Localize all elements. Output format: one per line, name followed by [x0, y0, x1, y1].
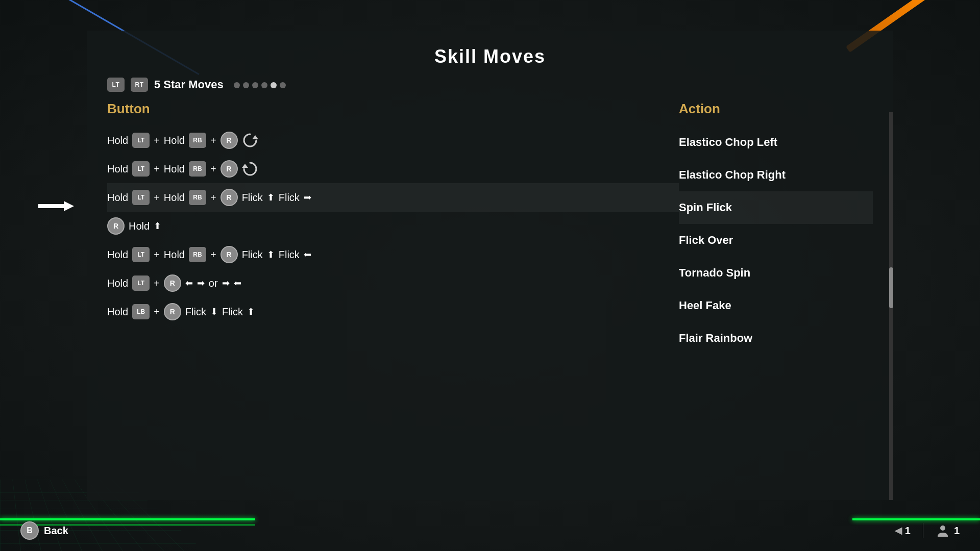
content-columns: Button Hold LT + Hold RB + R — [107, 101, 873, 355]
category-dots — [234, 82, 286, 88]
player-icon — [936, 523, 950, 538]
dot-2 — [243, 82, 249, 88]
r-btn-0: R — [220, 132, 238, 149]
flick-text-6a: Flick — [185, 306, 206, 318]
move-row-1[interactable]: Hold LT + Hold RB + R — [107, 155, 679, 183]
svg-marker-0 — [38, 201, 74, 211]
svg-marker-2 — [242, 164, 248, 168]
arrow-right-5a: ➡ — [197, 278, 205, 289]
plus-6a: + — [154, 306, 160, 318]
hold-text-0: Hold — [107, 135, 128, 146]
lb-btn-6: LB — [132, 304, 150, 319]
hold-text-4: Hold — [107, 249, 128, 261]
arrow-left-4: ⬅ — [304, 249, 311, 260]
plus-1b: + — [210, 163, 216, 175]
move-row-4[interactable]: Hold LT + Hold RB + R Flick ⬆ Flick ⬅ — [107, 240, 679, 269]
arrow-up-3: ⬆ — [154, 220, 161, 232]
arrow-right-5b: ➡ — [222, 278, 230, 289]
page-number: 1 — [905, 525, 911, 537]
combo-6: Hold LB + R Flick ⬇ Flick ⬆ — [107, 303, 255, 320]
lt-btn-2: LT — [132, 190, 150, 205]
page-title: Skill Moves — [107, 46, 873, 67]
action-column-header: Action — [679, 101, 873, 117]
lt-btn-1: LT — [132, 161, 150, 177]
action-row-0: Elastico Chop Left — [679, 126, 873, 159]
plus-4a: + — [154, 249, 160, 261]
lt-btn-0: LT — [132, 133, 150, 148]
action-text-2: Spin Flick — [679, 193, 732, 222]
row-selector-arrow — [38, 199, 74, 213]
category-label: 5 Star Moves — [154, 78, 224, 91]
rb-btn-4: RB — [189, 247, 206, 262]
lt-btn-4: LT — [132, 247, 150, 262]
r-btn-1: R — [220, 160, 238, 178]
r-btn-4: R — [220, 246, 238, 263]
action-row-5: Heel Fake — [679, 289, 873, 322]
hold-text-2b: Hold — [164, 192, 185, 204]
rb-btn-2: RB — [189, 190, 206, 205]
hold-text-3: Hold — [129, 220, 150, 232]
button-column: Button Hold LT + Hold RB + R — [107, 101, 679, 355]
dot-6 — [280, 82, 286, 88]
dot-3 — [252, 82, 258, 88]
hold-text-1: Hold — [107, 163, 128, 175]
action-text-4: Tornado Spin — [679, 259, 750, 287]
dot-4 — [261, 82, 267, 88]
action-row-3: Flick Over — [679, 224, 873, 257]
action-text-0: Elastico Chop Left — [679, 128, 777, 157]
action-text-1: Elastico Chop Right — [679, 161, 786, 189]
arrow-up-4: ⬆ — [267, 249, 275, 260]
svg-point-3 — [940, 525, 945, 531]
hold-text-4b: Hold — [164, 249, 185, 261]
lt-btn-5: LT — [132, 276, 150, 291]
action-column: Action Elastico Chop Left Elastico Chop … — [679, 101, 873, 355]
rotate-left-icon — [242, 132, 258, 148]
scrollbar-thumb[interactable] — [889, 267, 893, 308]
action-text-6: Flair Rainbow — [679, 324, 752, 353]
flick-text-4b: Flick — [279, 249, 300, 261]
hold-text-1b: Hold — [164, 163, 185, 175]
move-row-0[interactable]: Hold LT + Hold RB + R — [107, 126, 679, 155]
hold-text-5: Hold — [107, 278, 128, 289]
scrollbar-track[interactable] — [889, 112, 893, 500]
arrow-right-2: ➡ — [304, 192, 311, 203]
move-row-2[interactable]: Hold LT + Hold RB + R Flick ⬆ Flick ➡ — [107, 183, 679, 212]
lt-badge: LT — [107, 78, 125, 92]
combo-1: Hold LT + Hold RB + R — [107, 160, 258, 178]
action-row-1: Elastico Chop Right — [679, 159, 873, 191]
action-text-3: Flick Over — [679, 226, 733, 255]
dot-5-active — [271, 82, 277, 88]
combo-0: Hold LT + Hold RB + R — [107, 132, 258, 149]
plus-1a: + — [154, 163, 160, 175]
arrow-down-6: ⬇ — [210, 306, 218, 317]
r-btn-2: R — [220, 189, 238, 206]
action-row-2: Spin Flick — [679, 191, 873, 224]
rb-btn-1: RB — [189, 161, 206, 177]
button-column-header: Button — [107, 101, 679, 117]
page-indicator: ◀ 1 — [895, 525, 911, 537]
flick-text-4a: Flick — [242, 249, 263, 261]
plus-4b: + — [210, 249, 216, 261]
move-row-6[interactable]: Hold LB + R Flick ⬇ Flick ⬆ — [107, 297, 679, 326]
move-row-5[interactable]: Hold LT + R ⬅ ➡ or ➡ ⬅ — [107, 269, 679, 297]
flick-text-2b: Flick — [279, 192, 300, 204]
plus-5a: + — [154, 278, 160, 289]
bottom-bar: B Back ◀ 1 1 — [0, 510, 980, 551]
arrow-up-2: ⬆ — [267, 192, 275, 203]
combo-2: Hold LT + Hold RB + R Flick ⬆ Flick ➡ — [107, 189, 311, 206]
arrow-left-5: ⬅ — [185, 278, 193, 289]
chevron-left-icon: ◀ — [895, 525, 902, 536]
back-button[interactable]: B Back — [20, 521, 68, 540]
action-row-4: Tornado Spin — [679, 257, 873, 289]
plus-0a: + — [154, 135, 160, 146]
flick-text-2a: Flick — [242, 192, 263, 204]
flick-text-6b: Flick — [222, 306, 243, 318]
r-btn-6: R — [164, 303, 181, 320]
bottom-right-section: ◀ 1 1 — [895, 523, 960, 538]
rb-btn-0: RB — [189, 133, 206, 148]
header-section: LT RT 5 Star Moves — [107, 78, 873, 92]
plus-2b: + — [210, 192, 216, 204]
action-row-6: Flair Rainbow — [679, 322, 873, 355]
move-row-3[interactable]: R Hold ⬆ — [107, 212, 679, 240]
dot-1 — [234, 82, 240, 88]
